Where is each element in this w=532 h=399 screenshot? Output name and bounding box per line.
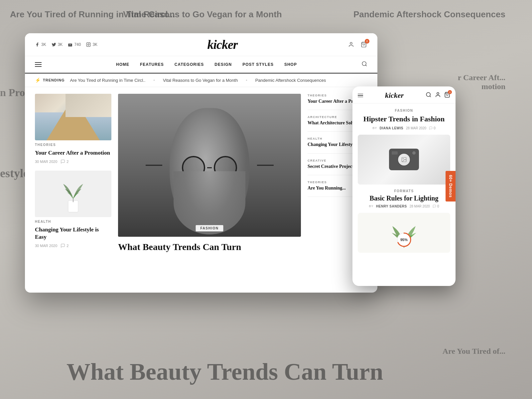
article-date-career: 30 MAR 2020 — [35, 160, 57, 164]
mobile-plant-image: 95% — [358, 213, 450, 253]
nav-shop[interactable]: SHOP — [284, 62, 297, 67]
main-content-area: THEORIES Your Career After a Promotion 3… — [25, 87, 377, 280]
cart-badge: 0 — [365, 39, 369, 44]
facebook-social[interactable]: 3K — [35, 42, 46, 47]
nav-design[interactable]: DESIGN — [214, 62, 232, 67]
trending-text: TRENDING — [43, 78, 65, 82]
social-icons-group: 3K 3K 740 3K — [35, 42, 97, 47]
svg-point-10 — [426, 92, 430, 96]
user-icon-button[interactable] — [347, 41, 355, 48]
comment-icon-2 — [61, 243, 65, 248]
svg-rect-8 — [68, 200, 78, 212]
header-actions: 0 — [347, 41, 367, 48]
mobile-search-button[interactable] — [426, 92, 432, 99]
search-button[interactable] — [361, 61, 367, 68]
progress-circle: 95% — [396, 231, 412, 248]
mobile-mid-author: HENRY SANDERS — [376, 204, 407, 208]
trending-separator-1: • — [153, 78, 155, 83]
trending-item-2[interactable]: Vital Reasons to Go Vegan for a Month — [163, 78, 238, 83]
mobile-camera-image — [358, 135, 450, 185]
bg-text-bottom-main: What Beauty Trends Can Turn — [66, 358, 383, 386]
nav-post-styles[interactable]: POST STYLES — [242, 62, 274, 67]
svg-point-15 — [403, 158, 403, 159]
desktop-nav: HOME FEATURES CATEGORIES DESIGN POST STY… — [25, 56, 377, 73]
mobile-user-button[interactable] — [435, 92, 441, 99]
youtube-social[interactable]: 740 — [68, 42, 81, 47]
trending-items-group: Are You Tired of Running in Time Circl..… — [70, 78, 326, 83]
svg-point-2 — [88, 44, 89, 46]
trending-bar: ⚡ TRENDING Are You Tired of Running in T… — [25, 73, 377, 87]
desktop-window: 3K 3K 740 3K kicker 0 — [25, 33, 377, 293]
mobile-mid-meta: BY HENRY SANDERS 28 MAR 2020 0 — [358, 204, 450, 208]
mobile-top-comments: 0 — [429, 126, 436, 130]
instagram-icon — [86, 42, 91, 47]
twitter-social[interactable]: 3K — [52, 42, 63, 47]
article-meta-lifestyle: 30 MAR 2020 2 — [35, 243, 111, 248]
nav-categories[interactable]: CATEGORIES — [175, 62, 204, 67]
facebook-count: 3K — [41, 42, 46, 47]
desktop-logo: kicker — [207, 37, 238, 52]
bg-text-top-right: Pandemic Aftershock Consequences — [353, 9, 505, 20]
instagram-count: 3K — [92, 42, 97, 47]
trending-item-1[interactable]: Are You Tired of Running in Time Circl.. — [70, 78, 145, 83]
mobile-header: kicker 0 — [352, 86, 456, 103]
instagram-social[interactable]: 3K — [86, 42, 97, 47]
trending-label: ⚡ TRENDING — [35, 77, 65, 83]
article-title-career[interactable]: Your Career After a Promotion — [35, 149, 111, 157]
bg-text-are-you: Are You Tired of... — [443, 347, 505, 356]
mobile-cart-badge: 0 — [448, 90, 452, 94]
mobile-hamburger-menu[interactable] — [358, 94, 363, 97]
mobile-mid-comments: 0 — [433, 204, 439, 208]
center-column: FASHION What Beauty Trends Can Turn — [118, 94, 301, 273]
user-icon — [348, 42, 354, 48]
mobile-top-meta: BY DIANA LEWIS 28 MAR 2020 0 — [358, 126, 450, 130]
mobile-top-date: 28 MAR 2020 — [406, 126, 426, 130]
svg-line-7 — [365, 65, 366, 66]
hero-category-badge: FASHION — [196, 225, 223, 231]
hero-article-title[interactable]: What Beauty Trends Can Turn — [118, 241, 301, 253]
facebook-icon — [35, 42, 40, 47]
article-image-architecture — [35, 94, 111, 140]
svg-rect-1 — [87, 43, 91, 47]
article-comments-lifestyle: 2 — [61, 243, 68, 248]
svg-point-4 — [350, 42, 352, 44]
article-category-health: HEALTH — [35, 220, 111, 223]
mobile-search-icon — [426, 92, 432, 98]
article-title-lifestyle[interactable]: Changing Your Lifestyle is Easy — [35, 226, 111, 241]
mobile-comment-icon-2 — [433, 204, 436, 208]
left-column: THEORIES Your Career After a Promotion 3… — [35, 94, 111, 273]
article-meta-career: 30 MAR 2020 2 — [35, 159, 111, 164]
cart-icon-button[interactable]: 0 — [360, 41, 367, 48]
article-card-lifestyle: HEALTH Changing Your Lifestyle is Easy 3… — [35, 171, 111, 248]
svg-line-11 — [430, 96, 431, 97]
mobile-content-area: FASHION Hipster Trends in Fashion BY DIA… — [352, 103, 456, 285]
mobile-user-icon — [435, 92, 441, 98]
nav-home[interactable]: HOME — [116, 62, 129, 67]
mobile-header-icons: 0 — [426, 92, 450, 99]
demos-tab[interactable]: 60+ Demos — [446, 171, 456, 201]
mobile-top-by: BY — [372, 126, 377, 130]
mobile-mid-date: 28 MAR 2020 — [410, 204, 430, 208]
mobile-top-title[interactable]: Hipster Trends in Fashion — [358, 114, 450, 124]
mobile-window: kicker 0 FASHION Hipster Trends in Fashi… — [352, 86, 456, 286]
hamburger-menu[interactable] — [35, 62, 42, 67]
svg-point-3 — [89, 43, 90, 44]
trending-item-3[interactable]: Pandemic Aftershock Consequences — [255, 78, 326, 83]
mobile-top-category: FASHION — [358, 109, 450, 112]
article-image-plant — [35, 171, 111, 217]
hero-image: FASHION — [118, 94, 301, 237]
nav-items-group: HOME FEATURES CATEGORIES DESIGN POST STY… — [52, 62, 361, 67]
image-placeholder-icon — [398, 154, 410, 166]
bg-text-top-center: Vital Reasons to Go Vegan for a Month — [123, 9, 282, 20]
mobile-comment-icon-1 — [429, 126, 433, 130]
mobile-cart-button[interactable]: 0 — [444, 92, 450, 99]
mobile-mid-category: FORMATS — [358, 189, 450, 193]
plant-decoration — [57, 174, 90, 214]
nav-features[interactable]: FEATURES — [140, 62, 164, 67]
svg-point-6 — [362, 62, 366, 66]
mobile-mid-title[interactable]: Basic Rules for Lighting — [358, 194, 450, 202]
mobile-top-author: DIANA LEWIS — [380, 126, 403, 130]
progress-value: 95% — [400, 238, 408, 242]
twitter-icon — [52, 42, 56, 47]
youtube-icon — [68, 42, 72, 47]
